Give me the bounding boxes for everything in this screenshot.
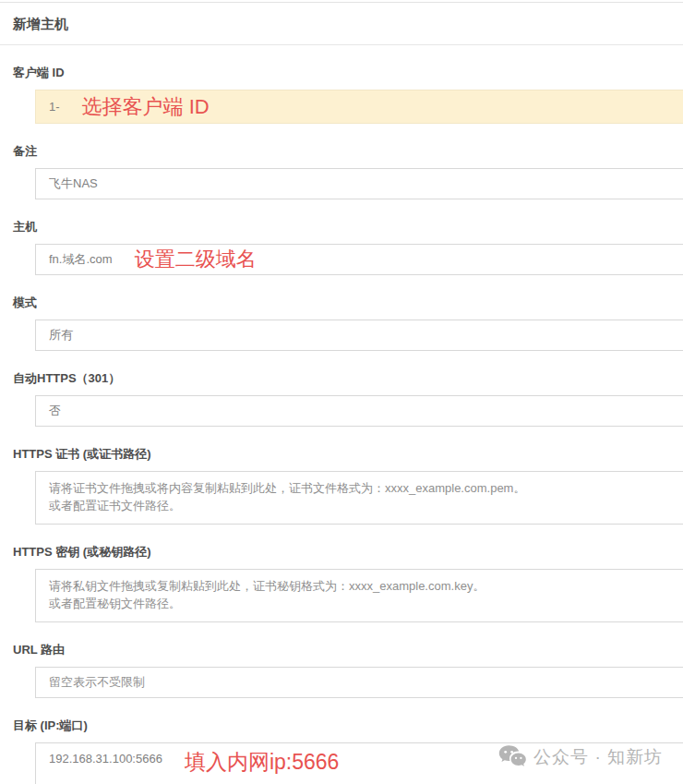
remark-input[interactable]: 飞牛NAS xyxy=(35,168,683,199)
https-key-placeholder-line1: 请将私钥文件拖拽或复制粘贴到此处，证书秘钥格式为：xxxx_example.co… xyxy=(49,577,682,595)
field-group-url-route: URL 路由 留空表示不受限制 xyxy=(0,642,683,698)
field-group-client-id: 客户端 ID 1- 选择客户端 ID xyxy=(0,65,683,124)
field-group-remark: 备注 飞牛NAS xyxy=(0,143,683,199)
host-label: 主机 xyxy=(13,219,683,235)
host-value: fn.域名.com xyxy=(49,251,113,268)
field-group-host: 主机 fn.域名.com 设置二级域名 xyxy=(0,219,683,275)
field-group-https-cert: HTTPS 证书 (或证书路径) 请将证书文件拖拽或将内容复制粘贴到此处，证书文… xyxy=(0,446,683,525)
client-id-select[interactable]: 1- 选择客户端 ID xyxy=(35,90,683,124)
url-route-input[interactable]: 留空表示不受限制 xyxy=(35,667,683,698)
client-id-value: 1- xyxy=(49,100,60,114)
target-annotation: 填入内网ip:5666 xyxy=(185,752,339,773)
mode-value: 所有 xyxy=(49,327,73,344)
https-key-textarea[interactable]: 请将私钥文件拖拽或复制粘贴到此处，证书秘钥格式为：xxxx_example.co… xyxy=(35,569,683,622)
https-cert-textarea[interactable]: 请将证书文件拖拽或将内容复制粘贴到此处，证书文件格式为：xxxx_example… xyxy=(35,471,683,525)
target-label: 目标 (IP:端口) xyxy=(13,718,683,734)
https-cert-label: HTTPS 证书 (或证书路径) xyxy=(13,446,683,463)
auto-https-label: 自动HTTPS（301） xyxy=(13,370,683,387)
mode-select[interactable]: 所有 xyxy=(35,320,683,351)
https-cert-placeholder-line1: 请将证书文件拖拽或将内容复制粘贴到此处，证书文件格式为：xxxx_example… xyxy=(49,479,682,497)
watermark-text: 公众号 · 知新坊 xyxy=(533,745,663,769)
url-route-placeholder: 留空表示不受限制 xyxy=(49,674,145,691)
client-id-label: 客户端 ID xyxy=(13,65,683,81)
https-key-placeholder-line2: 或者配置秘钥文件路径。 xyxy=(49,595,682,612)
host-input[interactable]: fn.域名.com 设置二级域名 xyxy=(35,244,683,275)
https-cert-placeholder-line2: 或者配置证书文件路径。 xyxy=(49,497,682,514)
https-key-label: HTTPS 密钥 (或秘钥路径) xyxy=(13,544,683,561)
auto-https-select[interactable]: 否 xyxy=(35,395,683,427)
wechat-icon xyxy=(498,744,526,770)
panel-header: 新增主机 xyxy=(0,3,683,45)
watermark: 公众号 · 知新坊 xyxy=(498,744,663,770)
remark-value: 飞牛NAS xyxy=(49,175,98,192)
url-route-label: URL 路由 xyxy=(13,642,683,658)
host-annotation: 设置二级域名 xyxy=(135,249,257,270)
field-group-mode: 模式 所有 xyxy=(0,295,683,351)
field-group-https-key: HTTPS 密钥 (或秘钥路径) 请将私钥文件拖拽或复制粘贴到此处，证书秘钥格式… xyxy=(0,544,683,622)
page-title: 新增主机 xyxy=(13,16,670,33)
mode-label: 模式 xyxy=(13,295,683,311)
target-value: 192.168.31.100:5666 xyxy=(49,752,162,766)
auto-https-value: 否 xyxy=(49,403,61,419)
client-id-annotation: 选择客户端 ID xyxy=(82,97,210,117)
remark-label: 备注 xyxy=(13,143,683,160)
field-group-auto-https: 自动HTTPS（301） 否 xyxy=(0,370,683,427)
